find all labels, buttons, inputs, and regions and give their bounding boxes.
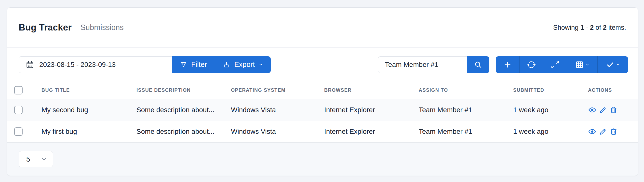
delete-trash-icon[interactable]	[610, 128, 618, 136]
cell-bug-title: My first bug	[34, 121, 130, 142]
view-eye-icon[interactable]	[588, 127, 596, 136]
select-all-checkbox[interactable]	[14, 86, 22, 95]
column-header-browser: BROWSER	[317, 81, 412, 99]
table-row: My second bug Some description about... …	[7, 99, 638, 121]
cell-browser: Internet Explorer	[317, 121, 412, 142]
column-header-bug-title: BUG TITLE	[34, 81, 130, 99]
page-size-value: 5	[26, 155, 30, 163]
search-input[interactable]	[378, 56, 467, 73]
cell-submitted: 1 week ago	[506, 121, 581, 142]
refresh-button[interactable]	[520, 56, 544, 73]
cell-issue-description: Some description about...	[130, 99, 224, 121]
export-button-label: Export	[234, 60, 255, 69]
refresh-icon	[527, 60, 536, 69]
export-download-icon	[223, 61, 230, 68]
table-header-row: BUG TITLE ISSUE DESCRIPTION OPERATING SY…	[7, 81, 638, 99]
cell-operating-system: Windows Vista	[224, 121, 317, 142]
delete-trash-icon[interactable]	[610, 106, 618, 114]
table-row: My first bug Some description about... W…	[7, 121, 638, 142]
grid-actions-group	[496, 56, 628, 73]
cell-submitted: 1 week ago	[506, 99, 581, 121]
column-header-operating-system: OPERATING SYSTEM	[224, 81, 317, 99]
filter-button-label: Filter	[191, 60, 207, 69]
column-header-actions: ACTIONS	[581, 81, 638, 99]
summary-items: items.	[606, 24, 626, 31]
cell-assign-to: Team Member #1	[412, 121, 506, 142]
view-eye-icon[interactable]	[588, 106, 596, 114]
bulk-select-button[interactable]	[598, 56, 628, 73]
cell-browser: Internet Explorer	[317, 99, 412, 121]
summary-showing: Showing	[553, 24, 580, 31]
page-size-select[interactable]: 5	[19, 151, 53, 167]
summary-range-end: 2	[590, 24, 594, 31]
cell-issue-description: Some description about...	[130, 121, 224, 142]
results-summary: Showing 1 - 2 of 2 items.	[553, 24, 626, 32]
column-header-assign-to: ASSIGN TO	[412, 81, 506, 99]
toggle-columns-button[interactable]	[567, 56, 598, 73]
calendar-icon	[26, 60, 34, 69]
cell-operating-system: Windows Vista	[224, 99, 317, 121]
expand-icon	[552, 61, 559, 68]
date-range-input[interactable]: 2023-08-15 - 2023-09-13	[19, 56, 172, 73]
filter-funnel-icon	[180, 61, 187, 68]
cell-assign-to: Team Member #1	[412, 99, 506, 121]
summary-of: of	[594, 24, 603, 31]
search-group	[378, 56, 490, 73]
add-button[interactable]	[496, 56, 520, 73]
search-button[interactable]	[467, 56, 490, 73]
date-range-value: 2023-08-15 - 2023-09-13	[39, 61, 116, 69]
chevron-down-icon	[616, 63, 620, 66]
row-actions	[588, 106, 636, 114]
edit-pencil-icon[interactable]	[599, 128, 607, 136]
summary-separator: -	[584, 24, 590, 31]
summary-total: 2	[603, 24, 606, 31]
panel-footer: 5	[7, 142, 638, 175]
row-checkbox[interactable]	[14, 127, 22, 136]
export-button[interactable]: Export	[215, 56, 271, 73]
check-icon	[606, 60, 614, 69]
row-checkbox[interactable]	[14, 106, 22, 114]
column-header-issue-description: ISSUE DESCRIPTION	[130, 81, 224, 99]
fullscreen-button[interactable]	[544, 56, 567, 73]
cell-bug-title: My second bug	[34, 99, 130, 121]
edit-pencil-icon[interactable]	[599, 106, 607, 114]
filter-group: 2023-08-15 - 2023-09-13 Filter	[19, 56, 271, 73]
chevron-down-icon	[586, 63, 589, 66]
row-actions	[588, 127, 636, 136]
chevron-down-icon	[259, 62, 263, 67]
panel-header: Bug Tracker Submissions Showing 1 - 2 of…	[7, 8, 638, 48]
chevron-down-icon	[41, 156, 47, 162]
page-subtitle: Submissions	[80, 23, 124, 32]
toolbar: 2023-08-15 - 2023-09-13 Filter	[7, 48, 638, 81]
summary-range-start: 1	[580, 24, 584, 31]
page-title: Bug Tracker	[19, 22, 72, 33]
plus-icon	[503, 60, 512, 69]
column-header-submitted: SUBMITTED	[506, 81, 581, 99]
grid-columns-icon	[575, 60, 584, 69]
submissions-table: BUG TITLE ISSUE DESCRIPTION OPERATING SY…	[7, 81, 638, 142]
bug-tracker-panel: Bug Tracker Submissions Showing 1 - 2 of…	[7, 7, 638, 176]
filter-button[interactable]: Filter	[172, 56, 215, 73]
search-icon	[474, 60, 482, 69]
